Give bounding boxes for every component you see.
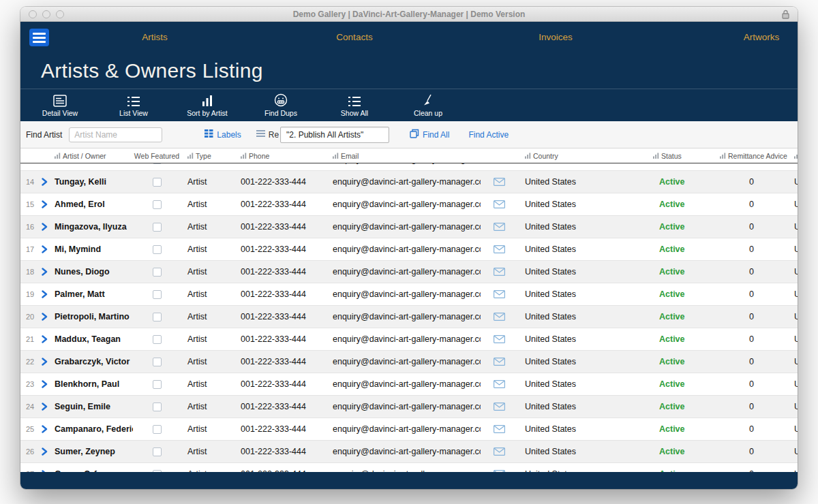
table-row[interactable]: 24Seguin, EmileArtist001-222-333-444enqu… xyxy=(20,396,798,418)
find-dups-button[interactable]: Find Dups xyxy=(244,89,318,121)
row-number: 17 xyxy=(20,245,41,253)
remittance-advice-value: 0 xyxy=(716,200,787,209)
web-featured-checkbox[interactable] xyxy=(153,200,162,209)
column-header-country[interactable]: Country xyxy=(518,152,648,160)
table-row[interactable]: 17Mi, MymindArtist001-222-333-444enquiry… xyxy=(20,238,798,261)
column-header-artist-owner[interactable]: Artist / Owner xyxy=(53,152,133,160)
column-header-pa[interactable]: Pa xyxy=(787,152,798,160)
send-email-icon[interactable] xyxy=(481,178,518,186)
web-featured-checkbox[interactable] xyxy=(153,358,162,366)
reports-button[interactable]: Re xyxy=(256,129,279,140)
sort-by-artist-button[interactable]: Sort by Artist xyxy=(170,89,244,121)
minimize-window-button[interactable] xyxy=(42,10,50,18)
send-email-icon[interactable] xyxy=(481,268,518,276)
web-featured-checkbox[interactable] xyxy=(153,380,162,389)
table-row[interactable]: 21Maddux, TeaganArtist001-222-333-444enq… xyxy=(20,328,798,351)
send-email-icon[interactable] xyxy=(481,358,518,366)
row-expand-chevron-icon[interactable] xyxy=(41,268,53,276)
artist-name-input[interactable] xyxy=(69,127,162,142)
sort-bars-icon xyxy=(241,152,247,160)
row-expand-chevron-icon[interactable] xyxy=(41,403,53,411)
web-featured-checkbox[interactable] xyxy=(153,335,162,344)
table-row[interactable]: 13Artist001-222-333-444enquiry@davinci-a… xyxy=(20,163,798,171)
publish-script-field[interactable]: "2. Publish All Artists" xyxy=(280,127,389,143)
row-expand-chevron-icon[interactable] xyxy=(41,313,53,321)
nav-item-artworks[interactable]: Artworks xyxy=(744,32,780,42)
hamburger-menu-button[interactable] xyxy=(29,29,49,46)
find-all-button[interactable]: Find All xyxy=(410,129,449,140)
table-row[interactable]: 26Sumer, ZeynepArtist001-222-333-444enqu… xyxy=(20,441,798,463)
send-email-icon[interactable] xyxy=(481,245,518,253)
nav-item-artists[interactable]: Artists xyxy=(142,32,168,42)
send-email-icon[interactable] xyxy=(481,425,518,433)
close-window-button[interactable] xyxy=(29,10,37,18)
row-expand-chevron-icon[interactable] xyxy=(41,358,53,366)
table-row[interactable]: 19Palmer, MattArtist001-222-333-444enqui… xyxy=(20,283,798,306)
column-header-status[interactable]: Status xyxy=(648,152,716,160)
row-expand-chevron-icon[interactable] xyxy=(41,425,53,433)
row-expand-chevron-icon[interactable] xyxy=(41,223,53,231)
send-email-icon[interactable] xyxy=(481,313,518,321)
row-number: 23 xyxy=(20,380,41,388)
artist-type: Artist xyxy=(181,177,235,187)
row-expand-chevron-icon[interactable] xyxy=(41,335,53,343)
web-featured-checkbox[interactable] xyxy=(153,223,162,232)
web-featured-checkbox[interactable] xyxy=(153,447,162,456)
row-expand-chevron-icon[interactable] xyxy=(41,380,53,388)
send-email-icon[interactable] xyxy=(481,403,518,411)
row-expand-chevron-icon[interactable] xyxy=(41,200,53,208)
send-email-icon[interactable] xyxy=(481,380,518,388)
web-featured-checkbox[interactable] xyxy=(153,163,162,164)
pa-column-value: U xyxy=(787,177,798,187)
remittance-advice-value: 0 xyxy=(716,177,787,187)
table-row[interactable]: 23Blenkhorn, PaulArtist001-222-333-444en… xyxy=(20,373,798,396)
zoom-window-button[interactable] xyxy=(56,10,64,18)
pa-column-value: U xyxy=(787,379,798,389)
web-featured-checkbox[interactable] xyxy=(153,290,162,299)
artist-email: enquiry@davinci-art-gallery-manager.com xyxy=(327,245,481,254)
column-header-web-featured[interactable]: Web Featured xyxy=(133,152,181,160)
web-featured-checkbox[interactable] xyxy=(153,425,162,434)
nav-item-contacts[interactable]: Contacts xyxy=(336,32,372,42)
artist-phone: 001-222-333-444 xyxy=(235,379,327,389)
pa-column-value: U xyxy=(787,163,798,164)
table-row[interactable]: 14Tungay, KelliArtist001-222-333-444enqu… xyxy=(20,171,798,193)
nav-item-invoices[interactable]: Invoices xyxy=(539,32,573,42)
web-featured-checkbox[interactable] xyxy=(153,313,162,321)
column-header-email[interactable]: Email xyxy=(327,152,481,160)
list-view-button[interactable]: List View xyxy=(97,89,170,121)
lock-icon xyxy=(782,10,789,22)
send-email-icon[interactable] xyxy=(481,447,518,456)
clean-up-button[interactable]: Clean up xyxy=(391,89,465,121)
table-row[interactable]: 25Campanaro, FedericaArtist001-222-333-4… xyxy=(20,418,798,441)
send-email-icon[interactable] xyxy=(481,200,518,208)
detail-view-button[interactable]: Detail View xyxy=(23,89,97,121)
row-expand-chevron-icon[interactable] xyxy=(41,245,53,253)
table-row[interactable]: 27Green, OrfeasArtist001-222-333-444enqu… xyxy=(20,463,798,472)
table-row[interactable]: 15Ahmed, ErolArtist001-222-333-444enquir… xyxy=(20,193,798,216)
labels-button[interactable]: Labels xyxy=(204,129,241,140)
web-featured-checkbox[interactable] xyxy=(153,245,162,254)
web-featured-checkbox[interactable] xyxy=(153,178,162,187)
column-header-remittance-advice[interactable]: Remittance Advice xyxy=(716,152,787,160)
table-row[interactable]: 22Grabarczyk, VictorArtist001-222-333-44… xyxy=(20,351,798,373)
row-expand-chevron-icon[interactable] xyxy=(41,290,53,298)
artist-email: enquiry@davinci-art-gallery-manager.com xyxy=(327,177,481,187)
artist-type: Artist xyxy=(181,245,235,254)
table-row[interactable]: 16Mingazova, IlyuzaArtist001-222-333-444… xyxy=(20,216,798,238)
send-email-icon[interactable] xyxy=(481,335,518,343)
row-expand-chevron-icon[interactable] xyxy=(41,178,53,186)
column-header-phone[interactable]: Phone xyxy=(235,152,327,160)
send-email-icon[interactable] xyxy=(481,290,518,298)
pa-column-value: U xyxy=(787,245,798,254)
send-email-icon[interactable] xyxy=(481,223,518,231)
table-row[interactable]: 20Pietropoli, MartinoArtist001-222-333-4… xyxy=(20,306,798,328)
show-all-button[interactable]: Show All xyxy=(318,89,391,121)
web-featured-cell xyxy=(133,163,181,164)
table-row[interactable]: 18Nunes, DiogoArtist001-222-333-444enqui… xyxy=(20,261,798,283)
web-featured-checkbox[interactable] xyxy=(153,268,162,277)
column-header-type[interactable]: Type xyxy=(181,152,235,160)
web-featured-checkbox[interactable] xyxy=(153,403,162,411)
row-expand-chevron-icon[interactable] xyxy=(41,447,53,456)
find-active-button[interactable]: Find Active xyxy=(468,130,509,140)
